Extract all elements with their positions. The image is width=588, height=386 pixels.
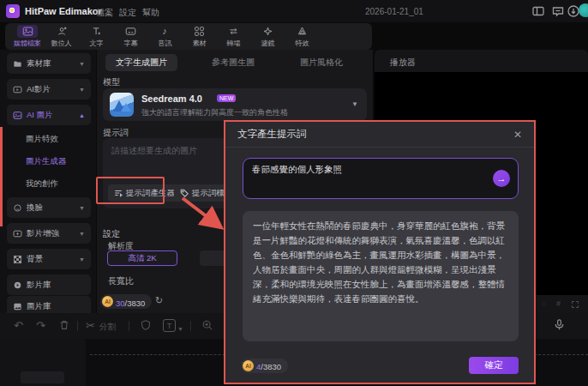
ribbon-tab-transition[interactable]: 轉場 <box>216 25 250 49</box>
generated-prompt-text[interactable]: 一位年輕女性在熱鬧的春節慶典中，身穿華麗的紅色旗袍，背景是一片鮮豔的花燈和傳統的… <box>243 211 519 341</box>
ribbon-tab-elements[interactable]: 素材 <box>182 25 216 49</box>
image-library-icon <box>13 302 22 311</box>
tab-image-stylize[interactable]: 圖片風格化 <box>290 54 353 71</box>
annotation-left-line <box>0 127 3 226</box>
chevron-down-icon: ▼ <box>79 256 85 262</box>
folder-icon <box>13 59 22 69</box>
audio-icon: ♪ <box>154 25 175 38</box>
video-library-icon <box>13 280 22 290</box>
chevron-up-icon: ▲ <box>79 112 85 118</box>
sidebar-item-ai-video[interactable]: AI影片 ▼ <box>7 79 91 100</box>
confirm-button[interactable]: 確定 <box>469 357 519 374</box>
model-name: Seedream 4.0 <box>141 93 202 104</box>
seedream-model-icon <box>110 93 134 117</box>
split-label: 分割 <box>99 322 116 333</box>
dialog-credits-total: /3830 <box>261 362 281 371</box>
dialog-header: 文字產生提示詞 ✕ <box>225 122 534 148</box>
undo-icon[interactable]: ↶ <box>14 319 23 333</box>
sidebar-item-video-enhance[interactable]: 影片增強 ▼ <box>7 223 91 244</box>
divider <box>190 321 191 331</box>
settings-label: 設定 <box>103 228 120 240</box>
sidebar-item-video-library[interactable]: 影片庫 <box>7 274 91 295</box>
text-icon <box>86 25 106 38</box>
microphone-icon[interactable] <box>553 318 566 335</box>
model-label: 模型 <box>103 76 120 88</box>
sidebar-item-material-library[interactable]: 素材庫 ▼ <box>7 53 91 74</box>
menu-settings[interactable]: 設定 <box>119 7 136 19</box>
ribbon-tab-audio[interactable]: ♪ 音訊 <box>147 25 182 49</box>
ribbon-tab-digital-human[interactable]: 數位人 <box>45 25 79 49</box>
dialog-prompt-input-box: → <box>243 158 519 199</box>
resolution-2k-button[interactable]: 高清 2K <box>107 250 177 266</box>
dialog-title: 文字產生提示詞 <box>237 128 513 141</box>
annotation-arrow <box>176 193 229 236</box>
user-avatar[interactable] <box>579 3 588 17</box>
ribbon-tab-subtitle[interactable]: 字幕 <box>113 25 147 49</box>
prompt-placeholder: 請描述想要生成的圖片 <box>111 145 197 157</box>
ai-video-icon <box>13 85 22 94</box>
sidebar-item-image-generator[interactable]: 圖片生成器 <box>26 154 67 168</box>
chevron-down-icon: ▼ <box>79 231 85 237</box>
ribbon-tab-filter[interactable]: 濾鏡 <box>250 25 285 49</box>
tab-text-to-image[interactable]: 文字生成圖片 <box>105 54 177 71</box>
divider <box>129 321 129 331</box>
chevron-down-icon[interactable]: ▼ <box>177 323 183 336</box>
sidebar-item-face-swap[interactable]: 換臉 ▼ <box>7 197 91 218</box>
refresh-icon[interactable]: ↻ <box>155 295 163 306</box>
chevron-down-icon: ▼ <box>79 61 85 67</box>
chevron-down-icon: ▼ <box>351 100 358 108</box>
filter-icon <box>257 25 278 38</box>
ribbon-tab-media[interactable]: 媒體檔案 <box>10 25 45 49</box>
snap-icon[interactable]: ◌ <box>542 299 546 308</box>
document-title: 2026-01-21_01 <box>365 7 423 16</box>
credits-used: 30 <box>116 299 125 308</box>
effects-icon <box>291 25 312 38</box>
menu-file[interactable]: 檔案 <box>96 7 113 19</box>
subtitle-icon <box>120 25 141 38</box>
text-tool-icon[interactable]: T <box>163 319 176 332</box>
model-selector[interactable]: Seedream 4.0 NEW 強大的語言理解能力與高度一致的角色性格 ▼ <box>103 88 367 121</box>
credits-total: /3830 <box>125 299 146 308</box>
grid-icon[interactable]: # <box>556 299 561 308</box>
zoom-in-icon[interactable] <box>201 319 213 335</box>
sidebar-item-my-creations[interactable]: 我的創作 <box>26 177 58 190</box>
prompt-generator-dialog: 文字產生提示詞 ✕ → 一位年輕女性在熱鬧的春節慶典中，身穿華麗的紅色旗袍，背景… <box>224 120 536 384</box>
dialog-footer: AI 4/3830 ↻ 確定 <box>225 356 534 375</box>
sidebar-item-background[interactable]: 背景 ▼ <box>7 249 91 269</box>
sidebar: 素材庫 ▼ AI影片 ▼ AI 圖片 ▲ 圖片特效 圖片生成器 我的創作 換臉 … <box>0 50 96 313</box>
app-logo-icon <box>6 4 20 18</box>
face-swap-icon <box>13 203 22 213</box>
redo-icon[interactable]: ↷ <box>36 319 45 333</box>
close-icon[interactable]: ✕ <box>513 129 522 141</box>
ribbon-tab-effects[interactable]: 特效 <box>285 25 319 49</box>
digital-human-icon <box>51 25 72 38</box>
video-enhance-icon <box>13 229 22 238</box>
timeline-clip-placeholder[interactable] <box>21 371 64 383</box>
ai-image-icon <box>13 111 22 120</box>
feedback-icon[interactable] <box>551 4 565 18</box>
prompt-label: 提示詞 <box>103 127 129 139</box>
shield-icon[interactable] <box>140 319 152 335</box>
layout-icon[interactable] <box>531 4 545 18</box>
dialog-credits-counter: AI 4/3830 <box>241 359 288 373</box>
trash-icon[interactable] <box>58 319 70 335</box>
app-title: HitPaw Edimakor <box>25 6 102 16</box>
ai-coin-icon: AI <box>243 360 254 371</box>
ribbon-tab-text[interactable]: 文字 <box>79 25 113 49</box>
tab-reference-image[interactable]: 參考圖生圖 <box>201 54 265 71</box>
divider <box>77 321 78 331</box>
titlebar: HitPaw Edimakor 檔案 設定 幫助 2026-01-21_01 <box>0 0 588 22</box>
scissors-icon[interactable]: ✂ <box>86 319 95 333</box>
fullscreen-icon[interactable] <box>572 301 579 308</box>
dialog-prompt-input[interactable] <box>252 165 475 175</box>
credits-counter: AI 30/3830 <box>100 294 152 309</box>
player-title: 播放器 <box>390 57 416 69</box>
ai-coin-icon: AI <box>102 296 113 307</box>
sidebar-item-image-effects[interactable]: 圖片特效 <box>26 132 58 146</box>
sidebar-item-ai-image[interactable]: AI 圖片 ▲ <box>7 105 91 125</box>
aspect-ratio-label: 長寬比 <box>108 275 134 287</box>
transition-icon <box>223 25 243 38</box>
send-icon[interactable]: → <box>493 170 510 187</box>
annotation-box-prompt-generator <box>96 177 165 204</box>
menu-help[interactable]: 幫助 <box>142 7 159 19</box>
